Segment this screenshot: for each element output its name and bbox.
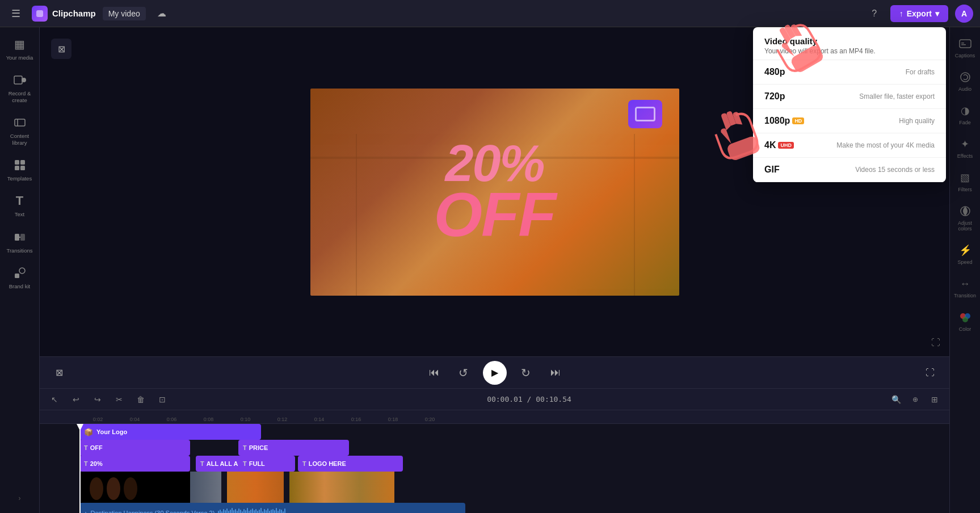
track-content[interactable]: 📦 Your Logo — [79, 424, 949, 440]
fullscreen-btn[interactable]: ⛶ — [920, 363, 940, 383]
quality-option-4k[interactable]: 4KUHD Make the most of your 4K media — [753, 133, 946, 158]
sidebar-item-label: Speed — [957, 259, 972, 265]
export-button[interactable]: ↑ Export ▾ — [890, 5, 948, 22]
quality-option-720p[interactable]: 720p Smaller file, faster export — [753, 85, 946, 109]
timeline-redo-button[interactable]: ↪ — [90, 392, 106, 407]
waveform-bar — [271, 510, 272, 513]
zoom-out-button[interactable]: 🔍 — [888, 392, 904, 407]
sidebar-item-speed[interactable]: ⚡ Speed — [952, 238, 978, 270]
music-icon: ♪ — [84, 510, 87, 513]
svg-rect-15 — [356, 134, 357, 296]
waveform-bar — [260, 508, 262, 513]
fullscreen-button[interactable]: ⛶ — [927, 334, 945, 352]
waveform-bar — [226, 508, 228, 513]
waveform-bar — [264, 509, 265, 513]
skip-back-button[interactable]: ⏮ — [424, 363, 444, 383]
timeline-cut-button[interactable]: ✂ — [111, 392, 127, 407]
sidebar-item-transitions[interactable]: Transitions — [3, 225, 37, 258]
sidebar-item-your-media[interactable]: ▦ Your media — [3, 32, 37, 65]
sidebar-item-color-panel[interactable]: Color — [952, 305, 978, 337]
play-button[interactable]: ▶ — [483, 361, 507, 385]
track-content[interactable]: T OFF T PRICE — [79, 440, 949, 456]
video-overlay-text: 20% OFF — [434, 138, 556, 246]
timeline-delete-button[interactable]: 🗑 — [133, 392, 149, 407]
dropdown-title: Video quality — [764, 36, 935, 46]
timeline-area: ↖ ↩ ↪ ✂ 🗑 ⊡ 00:00.01 / 00:10.54 🔍 ⊕ ⊞ 0 — [40, 388, 949, 513]
track-content[interactable]: ♪ Destination Happiness (30 Seconds Vers… — [79, 503, 949, 513]
timeline-ruler: 0:02 0:04 0:06 0:08 0:10 0:12 0:14 0:16 … — [40, 410, 949, 424]
track-content[interactable]: T 20% T ALL ALL ALL A T FULL — [79, 456, 949, 472]
sidebar-item-label: Audio — [958, 86, 971, 92]
trim-icon[interactable]: ⊠ — [49, 363, 69, 383]
price-clip[interactable]: T PRICE — [238, 440, 349, 456]
timeline-split-button[interactable]: ⊡ — [154, 392, 170, 407]
sidebar-item-label: Record &create — [9, 90, 31, 103]
sidebar-item-adjust-colors[interactable]: Adjustcolors — [952, 199, 978, 236]
sidebar-item-brand-kit[interactable]: Brand kit — [3, 260, 37, 294]
quality-option-1080p[interactable]: 1080pHD High quality — [753, 109, 946, 133]
forward-button[interactable]: ↻ — [516, 363, 536, 383]
clip-label: OFF — [90, 444, 103, 451]
zoom-in-button[interactable]: ⊕ — [907, 392, 923, 407]
sidebar-item-content-library[interactable]: Contentlibrary — [3, 110, 37, 150]
video-thumb-3[interactable] — [227, 472, 284, 503]
track-row: T 20% T ALL ALL ALL A T FULL — [40, 456, 949, 472]
logohere-clip[interactable]: T LOGO HERE — [298, 456, 403, 472]
app-logo: Clipchamp — [32, 6, 96, 22]
clip-label: LOGO HERE — [309, 460, 346, 467]
waveform-bar — [254, 510, 255, 513]
off-clip[interactable]: T OFF — [79, 440, 190, 456]
sidebar-item-templates[interactable]: Templates — [3, 153, 37, 186]
svg-rect-21 — [960, 40, 971, 48]
waveform-bar — [230, 510, 231, 513]
transition-icon: ↔ — [958, 276, 973, 291]
logo-clip[interactable]: 📦 Your Logo — [79, 424, 261, 440]
quality-option-480p[interactable]: 480p For drafts — [753, 60, 946, 85]
record-create-icon — [12, 72, 28, 88]
skip-forward-button[interactable]: ⏭ — [545, 363, 566, 383]
video-thumb-1[interactable] — [79, 472, 190, 503]
sidebar-item-audio[interactable]: Audio — [952, 65, 978, 96]
fit-timeline-button[interactable]: ⊞ — [927, 392, 943, 407]
right-sidebar: Captions Audio ◑ Fade ✦ Effects ▧ Filter… — [949, 27, 980, 513]
quality-option-gif[interactable]: GIF Videos 15 seconds or less — [753, 158, 946, 182]
sidebar-item-captions[interactable]: Captions — [952, 32, 978, 63]
video-title[interactable]: My video — [103, 7, 146, 20]
color-icon — [958, 310, 973, 325]
quality-desc-720p: Smaller file, faster export — [859, 92, 935, 100]
quality-desc-480p: For drafts — [906, 68, 935, 76]
export-chevron-icon: ▾ — [935, 9, 939, 18]
crop-icon[interactable]: ⊠ — [51, 39, 71, 59]
video-background: 20% OFF — [310, 89, 679, 296]
sidebar-item-filters[interactable]: ▧ Filters — [952, 166, 978, 197]
sidebar-item-text[interactable]: T Text — [3, 188, 37, 222]
sidebar-item-fade[interactable]: ◑ Fade — [952, 99, 978, 130]
audio-clip[interactable]: ♪ Destination Happiness (30 Seconds Vers… — [79, 503, 465, 513]
avatar[interactable]: A — [955, 5, 973, 23]
sidebar-item-effects[interactable]: ✦ Effects — [952, 132, 978, 163]
topbar: ☰ Clipchamp My video ☁ ? ↑ Export ▾ A — [0, 0, 980, 27]
rewind-button[interactable]: ↺ — [453, 363, 474, 383]
video-thumb-2[interactable] — [190, 472, 221, 503]
waveform-bar — [245, 510, 246, 513]
sidebar-collapse-chevron[interactable]: › — [14, 493, 26, 504]
waveform-bar — [272, 509, 274, 513]
timeline-zoom-controls: 🔍 ⊕ ⊞ — [888, 392, 943, 407]
timeline-undo-button[interactable]: ↩ — [68, 392, 84, 407]
audio-track-row: ♪ Destination Happiness (30 Seconds Vers… — [40, 503, 949, 513]
timeline-pointer-tool[interactable]: ↖ — [47, 392, 62, 407]
waveform-bar — [249, 511, 250, 513]
waveform-bar — [276, 508, 277, 513]
ruler-mark: 0:08 — [190, 417, 227, 423]
video-canvas[interactable]: 20% OFF — [310, 89, 679, 296]
sidebar-item-record-create[interactable]: Record &create — [3, 68, 37, 108]
help-icon[interactable]: ? — [865, 5, 884, 23]
video-thumb-4[interactable] — [289, 472, 394, 503]
20-clip[interactable]: T 20% — [79, 456, 190, 472]
sidebar-item-transition-panel[interactable]: ↔ Transition — [952, 272, 978, 303]
preview-toolbar-left: ⊠ — [49, 363, 69, 383]
full-clip[interactable]: T FULL — [238, 456, 295, 472]
dropdown-header: Video quality Your video will export as … — [753, 27, 946, 60]
hamburger-button[interactable]: ☰ — [7, 5, 25, 23]
track-content[interactable] — [79, 472, 949, 503]
